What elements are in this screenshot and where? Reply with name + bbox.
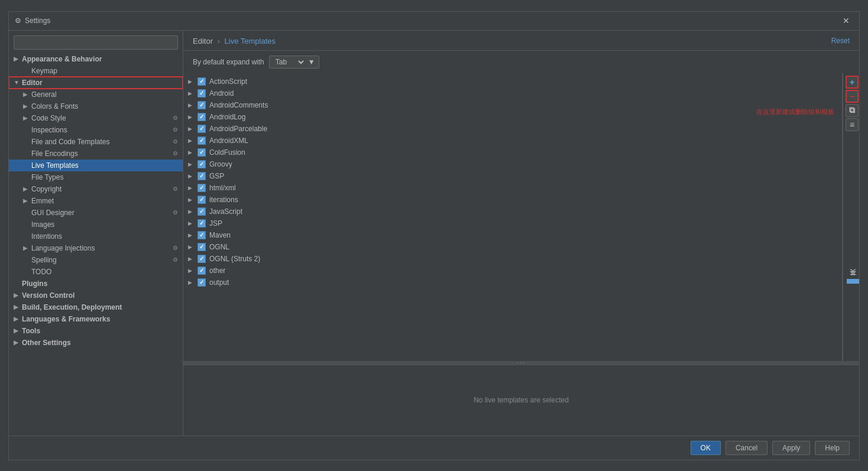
expand-dropdown[interactable]: Tab Space Enter ▼ — [269, 56, 319, 69]
sidebar-item-label: Code Style — [31, 114, 66, 122]
sidebar-item-version-control[interactable]: Version Control — [9, 290, 183, 301]
sidebar-item-label: File Types — [31, 173, 63, 181]
triangle-icon — [14, 339, 20, 346]
triangle-icon — [14, 292, 20, 298]
sidebar-item-language-injections[interactable]: Language Injections ⚙ — [9, 242, 183, 254]
sidebar-item-code-style[interactable]: Code Style ⚙ — [9, 112, 183, 124]
cancel-button[interactable]: Cancel — [726, 441, 767, 455]
gear-icon: ⚙ — [173, 209, 178, 216]
ok-button[interactable]: OK — [691, 441, 721, 455]
group-checkbox[interactable] — [197, 267, 206, 275]
sidebar-item-gui-designer[interactable]: GUI Designer ⚙ — [9, 207, 183, 219]
add-button[interactable]: + — [846, 76, 859, 89]
template-group-item[interactable]: Groovy — [183, 158, 842, 170]
group-checkbox[interactable] — [197, 207, 206, 216]
group-triangle-icon — [188, 90, 194, 96]
sidebar-item-other-settings[interactable]: Other Settings — [9, 337, 183, 349]
sidebar-item-general[interactable]: General — [9, 89, 183, 100]
template-group-item[interactable]: JSP — [183, 217, 842, 229]
group-checkbox[interactable] — [197, 137, 206, 145]
template-group-item[interactable]: AndroidLog — [183, 111, 842, 123]
group-checkbox[interactable] — [197, 125, 206, 133]
template-group-item[interactable]: output — [183, 277, 842, 288]
sidebar-item-file-encodings[interactable]: File Encodings ⚙ — [9, 148, 183, 160]
sidebar-item-spelling[interactable]: Spelling ⚙ — [9, 254, 183, 266]
sidebar-item-appearance[interactable]: Appearance & Behavior — [9, 53, 183, 65]
expand-select[interactable]: Tab Space Enter — [273, 57, 306, 67]
template-group-item[interactable]: iterations — [183, 194, 842, 206]
group-checkbox[interactable] — [197, 255, 206, 263]
group-checkbox[interactable] — [197, 77, 206, 86]
reset-button[interactable]: Reset — [831, 37, 850, 45]
group-name: other — [209, 267, 225, 275]
template-group-item[interactable]: JavaScript — [183, 206, 842, 217]
group-checkbox[interactable] — [197, 160, 206, 168]
help-button[interactable]: Help — [815, 441, 850, 455]
sidebar-item-tools[interactable]: Tools — [9, 325, 183, 337]
group-checkbox[interactable] — [197, 113, 206, 121]
lang-badge[interactable]: 英 — [847, 279, 859, 284]
group-triangle-icon — [188, 126, 194, 132]
settings-dialog: ⚙ Settings ✕ Appearance & Behavior Keyma… — [8, 11, 860, 460]
template-group-item[interactable]: OGNL — [183, 241, 842, 253]
sidebar-item-label: Other Settings — [22, 339, 71, 347]
sidebar-item-editor[interactable]: Editor — [9, 77, 183, 89]
search-input[interactable] — [14, 35, 178, 50]
group-name: Maven — [209, 231, 231, 239]
copy-button[interactable]: ⧉ — [846, 104, 859, 117]
sidebar-item-emmet[interactable]: Emmet — [9, 195, 183, 207]
group-checkbox[interactable] — [197, 278, 206, 287]
template-group-item[interactable]: html/xml — [183, 182, 842, 194]
group-checkbox[interactable] — [197, 89, 206, 98]
sidebar-item-live-templates[interactable]: Live Templates — [9, 160, 183, 171]
group-name: Android — [209, 89, 234, 98]
group-checkbox[interactable] — [197, 101, 206, 109]
group-checkbox[interactable] — [197, 184, 206, 192]
template-group-item[interactable]: AndroidComments — [183, 99, 842, 111]
sidebar-item-build-exec[interactable]: Build, Execution, Deployment — [9, 301, 183, 313]
sidebar-item-todo[interactable]: TODO — [9, 266, 183, 278]
group-triangle-icon — [188, 244, 194, 250]
panel-header: Editor › Live Templates Reset — [183, 31, 859, 51]
group-name: ColdFusion — [209, 148, 245, 157]
close-button[interactable]: ✕ — [839, 15, 853, 27]
template-group-item[interactable]: Android — [183, 87, 842, 99]
group-checkbox[interactable] — [197, 243, 206, 251]
apply-button[interactable]: Apply — [772, 441, 810, 455]
sidebar-item-images[interactable]: Images — [9, 219, 183, 230]
sidebar-item-keymap[interactable]: Keymap — [9, 65, 183, 77]
template-group-item[interactable]: GSP — [183, 170, 842, 182]
sidebar-item-file-types[interactable]: File Types — [9, 171, 183, 183]
action-buttons-panel: + − ⧉ ≡ — [843, 73, 859, 361]
template-group-item[interactable]: AndroidParcelable — [183, 123, 842, 135]
sidebar-item-inspections[interactable]: Inspections ⚙ — [9, 124, 183, 136]
template-group-item[interactable]: Maven — [183, 229, 842, 241]
list-button[interactable]: ≡ — [846, 118, 859, 131]
template-group-item[interactable]: OGNL (Struts 2) — [183, 253, 842, 265]
footer: OK Cancel Apply Help — [9, 436, 859, 460]
sidebar-item-colors-fonts[interactable]: Colors & Fonts — [9, 100, 183, 112]
sidebar-item-label: Images — [31, 220, 54, 229]
sidebar-item-file-code-templates[interactable]: File and Code Templates ⚙ — [9, 136, 183, 148]
group-checkbox[interactable] — [197, 196, 206, 204]
triangle-icon — [23, 245, 29, 251]
group-checkbox[interactable] — [197, 219, 206, 228]
sidebar-item-languages[interactable]: Languages & Frameworks — [9, 313, 183, 325]
template-group-item[interactable]: ActionScript — [183, 76, 842, 87]
sidebar-item-plugins[interactable]: Plugins — [9, 278, 183, 290]
sidebar-item-copyright[interactable]: Copyright ⚙ — [9, 183, 183, 195]
triangle-icon — [23, 186, 29, 192]
template-group-item[interactable]: AndroidXML — [183, 135, 842, 147]
sidebar-item-label: Tools — [22, 327, 40, 335]
triangle-icon — [14, 79, 20, 86]
sidebar-item-intentions[interactable]: Intentions — [9, 230, 183, 242]
group-checkbox[interactable] — [197, 148, 206, 157]
group-checkbox[interactable] — [197, 172, 206, 180]
group-checkbox[interactable] — [197, 231, 206, 239]
sidebar-item-label: Languages & Frameworks — [22, 315, 110, 323]
remove-button[interactable]: − — [846, 90, 859, 103]
sidebar-item-label: Version Control — [22, 291, 75, 300]
template-group-item[interactable]: ColdFusion — [183, 147, 842, 158]
template-group-item[interactable]: other — [183, 265, 842, 277]
group-triangle-icon — [188, 209, 194, 215]
